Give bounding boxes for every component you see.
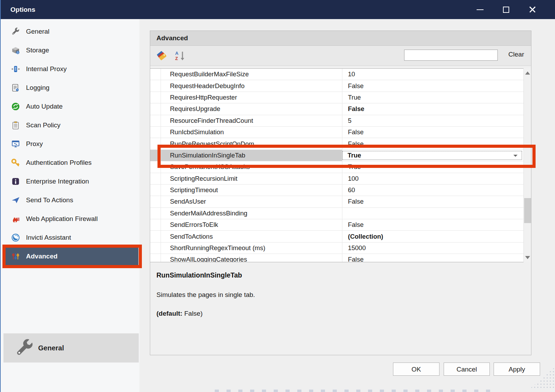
sidebar-item-label: Web Application Firewall xyxy=(26,215,98,223)
sidebar-item-label: Invicti Assistant xyxy=(26,234,71,241)
sidebar-item-proxy[interactable]: Proxy xyxy=(5,135,138,153)
description-default: (default: False) xyxy=(156,310,524,317)
property-value[interactable]: True xyxy=(342,161,523,172)
sidebar-item-auto-update[interactable]: Auto Update xyxy=(5,97,138,116)
options-dialog: Options GeneralStorageInternal ProxyLogg… xyxy=(0,0,555,392)
sidebar-item-enterprise-integration[interactable]: Enterprise Integration xyxy=(5,172,138,191)
cancel-button[interactable]: Cancel xyxy=(444,363,490,376)
clear-button[interactable]: Clear xyxy=(509,51,524,58)
property-description: RunSimulationInSingleTab Simulates the p… xyxy=(150,263,531,355)
grid-row-shortrunningregextimeout-ms: ShortRunningRegexTimeout (ms)15000 xyxy=(150,242,531,254)
sidebar-item-general[interactable]: General xyxy=(5,22,138,41)
property-name[interactable]: RunPreRequestScriptOnDom xyxy=(161,138,342,149)
property-name[interactable]: ScriptingRecursionLimit xyxy=(161,173,342,184)
minimize-button[interactable] xyxy=(472,0,488,19)
row-gutter xyxy=(150,103,161,114)
row-gutter xyxy=(150,127,161,138)
sort-az-icon[interactable]: AZ xyxy=(174,50,186,61)
row-gutter xyxy=(150,150,161,161)
row-gutter xyxy=(150,138,161,149)
scrollbar-thumb[interactable] xyxy=(524,198,531,223)
grid-row-sendasuser: SendAsUserFalse xyxy=(150,196,531,207)
property-name[interactable]: RequestBuilderMaxFileSize xyxy=(161,69,342,80)
row-gutter xyxy=(150,231,161,242)
property-name[interactable]: SendErrorsToElk xyxy=(161,219,342,230)
property-name[interactable]: ShowAllLoggingCategories xyxy=(161,254,342,262)
grid-row-showallloggingcategories: ShowAllLoggingCategoriesFalse xyxy=(150,254,531,262)
sidebar-item-invicti-assistant[interactable]: Invicti Assistant xyxy=(5,228,138,247)
wrench-icon xyxy=(11,27,20,36)
sidebar-item-label: Internal Proxy xyxy=(26,65,67,73)
sidebar-item-label: Scan Policy xyxy=(26,121,60,129)
grid-row-savepermanentxssattacks: SavePermanentXSSAttacksTrue xyxy=(150,161,531,173)
sidebar-item-logging[interactable]: Logging xyxy=(5,78,138,97)
key-icon xyxy=(11,158,20,167)
property-value[interactable]: (Collection) xyxy=(342,231,523,242)
scan-policy-icon xyxy=(11,121,20,130)
property-name[interactable]: ShortRunningRegexTimeout (ms) xyxy=(161,242,342,254)
grid-row-scriptingtimeout: ScriptingTimeout60 xyxy=(150,185,531,196)
property-name[interactable]: ResourceFinderThreadCount xyxy=(161,115,342,126)
sidebar-item-label: Storage xyxy=(26,46,49,54)
property-value[interactable]: False xyxy=(342,219,523,230)
property-value[interactable]: False xyxy=(342,127,523,138)
sidebar-item-internal-proxy[interactable]: Internal Proxy xyxy=(5,60,138,78)
property-name[interactable]: RunSimulationInSingleTab xyxy=(161,150,342,161)
maximize-button[interactable] xyxy=(498,0,514,19)
vertical-scrollbar[interactable] xyxy=(523,68,531,262)
sidebar-item-web-application-firewall[interactable]: Web Application Firewall xyxy=(5,210,138,228)
property-value[interactable]: 60 xyxy=(342,185,523,196)
property-value[interactable]: True xyxy=(342,92,523,103)
sidebar-footer-general[interactable]: General xyxy=(3,333,139,363)
categorized-icon[interactable] xyxy=(156,50,168,61)
property-value[interactable]: False xyxy=(342,254,523,262)
property-name[interactable]: ScriptingTimeout xyxy=(161,185,342,196)
property-name[interactable]: SendToActions xyxy=(161,231,342,242)
sidebar-item-scan-policy[interactable]: Scan Policy xyxy=(5,116,138,135)
svg-text:A: A xyxy=(175,51,179,56)
property-name[interactable]: SendAsUser xyxy=(161,196,342,207)
row-gutter xyxy=(150,219,161,230)
property-value[interactable]: False xyxy=(342,80,523,91)
property-grid-toolbar: AZ Clear xyxy=(150,46,531,66)
property-name[interactable]: SenderMailAddressBinding xyxy=(161,208,342,219)
row-gutter xyxy=(150,185,161,196)
grid-row-runprerequestscriptondom: RunPreRequestScriptOnDomFalse xyxy=(150,138,531,150)
grid-row-sendermailaddressbinding: SenderMailAddressBinding xyxy=(150,208,531,219)
value-dropdown[interactable]: True xyxy=(342,151,522,160)
property-value[interactable]: False xyxy=(342,138,523,149)
grid-row-sendtoactions: SendToActions(Collection) xyxy=(150,231,531,242)
apply-button[interactable]: Apply xyxy=(494,363,540,376)
internal-proxy-icon xyxy=(11,65,20,74)
property-value[interactable]: 15000 xyxy=(342,242,523,254)
property-value[interactable]: False xyxy=(342,196,523,207)
proxy-icon xyxy=(11,139,20,148)
sidebar-item-send-to-actions[interactable]: Send To Actions xyxy=(5,191,138,210)
property-name[interactable]: RequiresUpgrade xyxy=(161,103,342,114)
ok-button[interactable]: OK xyxy=(393,363,439,376)
search-input[interactable] xyxy=(404,50,498,61)
sidebar-item-storage[interactable]: Storage xyxy=(5,41,138,60)
property-value[interactable]: 10 xyxy=(342,69,523,80)
sidebar-item-advanced[interactable]: Advanced xyxy=(5,247,138,266)
property-name[interactable]: SavePermanentXSSAttacks xyxy=(161,161,342,172)
grid-row-requiresupgrade: RequiresUpgradeFalse xyxy=(150,103,531,115)
close-button[interactable] xyxy=(524,0,541,19)
scroll-down-icon[interactable] xyxy=(525,256,530,259)
grid-row-scriptingrecursionlimit: ScriptingRecursionLimit100 xyxy=(150,173,531,185)
scroll-up-icon[interactable] xyxy=(525,71,530,75)
property-value[interactable]: 5 xyxy=(342,115,523,126)
grid-row-requireshttprequester: RequiresHttpRequesterTrue xyxy=(150,92,531,103)
grid-row-resourcefinderthreadcount: ResourceFinderThreadCount5 xyxy=(150,115,531,127)
property-name[interactable]: RunIcbdSimulation xyxy=(161,127,342,138)
description-title: RunSimulationInSingleTab xyxy=(156,271,524,279)
property-name[interactable]: RequiresHttpRequester xyxy=(161,92,342,103)
property-value[interactable] xyxy=(342,208,523,219)
sidebar-item-label: General xyxy=(26,28,50,35)
row-gutter xyxy=(150,242,161,254)
sidebar-item-authentication-profiles[interactable]: Authentication Profiles xyxy=(5,153,138,172)
property-value[interactable]: 100 xyxy=(342,173,523,184)
sidebar-item-label: Auto Update xyxy=(26,103,63,110)
property-value[interactable]: False xyxy=(342,103,523,114)
property-name[interactable]: RequestHeaderDebugInfo xyxy=(161,80,342,91)
